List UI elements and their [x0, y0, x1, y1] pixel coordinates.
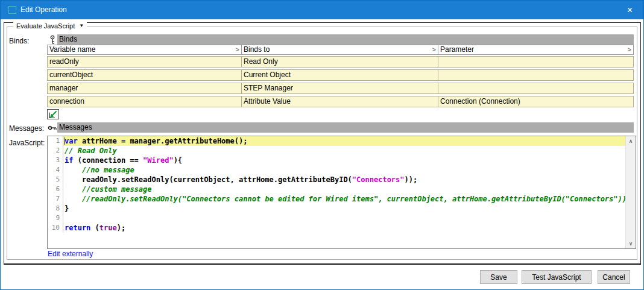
bind-cell-binds_to: STEP Manager — [242, 83, 438, 93]
line-number: 4 — [48, 165, 63, 175]
binds-header-row: Variable name>Binds to>Parameter> — [47, 45, 634, 55]
bind-cell-variable: currentObject — [48, 70, 242, 80]
binds-section-title: Binds — [57, 34, 634, 45]
messages-section-title: Messages — [57, 122, 634, 133]
bind-cell-variable: readOnly — [48, 57, 242, 67]
bind-cell-variable: manager — [48, 83, 242, 93]
bind-cell-parameter — [438, 70, 633, 80]
sort-chevron-icon: > — [236, 45, 239, 54]
line-number: 7 — [48, 194, 63, 204]
code-line: 3if (connection == "Wired"){ — [48, 156, 625, 165]
sort-chevron-icon: > — [628, 45, 631, 54]
line-number: 3 — [48, 156, 63, 165]
code-line: 4 //no message — [48, 165, 625, 175]
code-line: 1var attrHome = manager.getAttributeHome… — [48, 136, 625, 146]
chevron-down-icon: ▼ — [79, 24, 84, 28]
bind-cell-variable: connection — [48, 96, 242, 107]
line-number: 8 — [48, 204, 63, 213]
scroll-down-arrow-icon[interactable]: ∨ — [626, 239, 636, 248]
scroll-up-arrow-icon[interactable]: ∧ — [626, 136, 636, 146]
code-line: 6 //custom message — [48, 184, 625, 194]
bind-cell-binds_to: Attribute Value — [242, 96, 438, 107]
column-header[interactable]: Parameter> — [438, 45, 633, 54]
window-title: Edit Operation — [21, 1, 67, 19]
line-number: 2 — [48, 146, 63, 156]
bind-row[interactable]: managerSTEP Manager — [47, 83, 634, 94]
javascript-field-label: JavaScript: — [9, 139, 45, 147]
window-icon — [8, 6, 16, 14]
messages-field-label: Messages: — [9, 124, 44, 133]
line-number: 5 — [48, 175, 63, 184]
binds-field-label: Binds: — [9, 37, 29, 45]
operation-type-dropdown[interactable]: Evaluate JavaScript ▼ — [13, 22, 87, 30]
bind-row[interactable]: currentObjectCurrent Object — [47, 69, 634, 81]
edit-externally-link[interactable]: Edit externally — [48, 250, 93, 258]
bind-cell-parameter — [438, 57, 633, 67]
column-header-label: Parameter — [440, 45, 474, 54]
add-bind-button[interactable] — [47, 109, 59, 119]
code-line: 5 readOnly.setReadOnly(currentObject, at… — [48, 175, 625, 184]
code-text: //no message — [63, 165, 625, 175]
close-icon[interactable]: × — [616, 1, 643, 19]
operation-type-label: Evaluate JavaScript — [16, 22, 75, 30]
code-line: 2// Read Only — [48, 146, 625, 156]
vertical-scrollbar[interactable]: ∧ ∨ — [625, 136, 636, 248]
bind-row[interactable]: connectionAttribute ValueConnection (Con… — [47, 96, 634, 107]
code-text: return (true); — [63, 223, 625, 233]
bind-row[interactable]: readOnlyRead Only — [47, 56, 634, 68]
code-text: if (connection == "Wired"){ — [63, 156, 625, 165]
code-line: 10return (true); — [48, 223, 625, 233]
bind-cell-binds_to: Read Only — [242, 57, 438, 67]
line-number: 6 — [48, 184, 63, 194]
sort-chevron-icon: > — [432, 45, 436, 54]
code-line: 9 — [48, 213, 625, 223]
column-header[interactable]: Variable name> — [48, 45, 242, 54]
javascript-code-editor[interactable]: 1var attrHome = manager.getAttributeHome… — [47, 136, 636, 249]
code-lines: 1var attrHome = manager.getAttributeHome… — [48, 136, 625, 233]
column-header-label: Binds to — [244, 45, 270, 54]
code-text: var attrHome = manager.getAttributeHome(… — [63, 136, 625, 146]
key-vertical-icon — [47, 34, 57, 45]
code-text: // Read Only — [63, 146, 625, 156]
code-text: //readOnly.setReadOnly("Connectors canno… — [63, 194, 625, 204]
titlebar: Edit Operation × — [1, 1, 643, 19]
code-line: 7 //readOnly.setReadOnly("Connectors can… — [48, 194, 625, 204]
assign-arrow-icon — [48, 110, 58, 119]
code-text: readOnly.setReadOnly(currentObject, attr… — [63, 175, 625, 184]
test-javascript-button[interactable]: Test JavaScript — [522, 270, 592, 284]
code-text: } — [63, 204, 625, 213]
column-header-label: Variable name — [49, 45, 96, 54]
cancel-button[interactable]: Cancel — [598, 270, 630, 284]
code-line: 8} — [48, 204, 625, 213]
code-text — [63, 213, 625, 223]
code-text: //custom message — [63, 184, 625, 194]
save-button[interactable]: Save — [480, 270, 517, 284]
line-number: 1 — [48, 136, 63, 146]
line-number: 10 — [48, 223, 63, 233]
edit-operation-dialog: Edit Operation × Evaluate JavaScript ▼ B… — [0, 0, 644, 290]
line-number: 9 — [48, 213, 63, 223]
binds-section-bar: Binds — [47, 34, 634, 45]
messages-section-bar: Messages — [47, 122, 634, 133]
column-header[interactable]: Binds to> — [242, 45, 438, 54]
key-horizontal-icon — [47, 122, 57, 133]
bind-cell-parameter: Connection (Connection) — [438, 96, 633, 107]
bind-cell-binds_to: Current Object — [242, 70, 438, 80]
bind-cell-parameter — [438, 83, 633, 93]
content-panel: Evaluate JavaScript ▼ Binds: Binds Varia… — [4, 22, 641, 265]
